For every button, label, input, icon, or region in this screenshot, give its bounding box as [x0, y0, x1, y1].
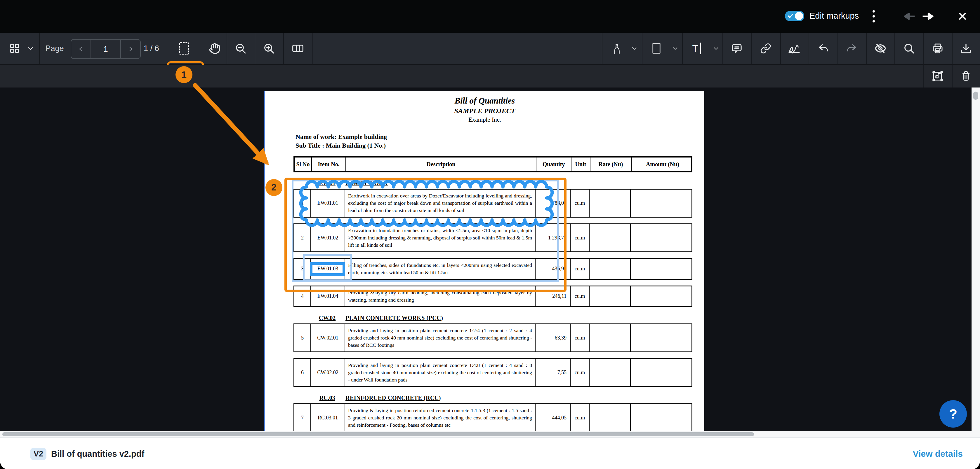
col-header: Quantity [536, 157, 571, 171]
hide-markups-tool[interactable] [867, 33, 894, 64]
document-header: Bill of Quantities SAMPLE PROJECT Exampl… [265, 95, 704, 124]
cell-unit: cu.m [570, 224, 589, 252]
sub-title-line: Sub Title : Main Building (1 No.) [296, 141, 704, 150]
table-row: 2 EW.01.02 Excavation in foundation tren… [293, 223, 692, 252]
app-window: Edit markups Page 1 1 / 6 [0, 0, 980, 469]
more-options-icon[interactable] [868, 8, 880, 24]
redo-tool[interactable] [838, 33, 865, 64]
thumbnails-grid-icon[interactable] [6, 33, 23, 64]
edit-markups-label: Edit markups [810, 11, 859, 21]
cell-description: Earthwork in excavation over areas by Do… [345, 190, 535, 217]
pdf-page[interactable]: Bill of Quantities SAMPLE PROJECT Exampl… [265, 91, 704, 431]
col-header: Item No. [311, 157, 345, 171]
section-code: RC.03 [310, 395, 344, 401]
comment-tool[interactable] [723, 33, 751, 64]
cell-quantity: 246,11 [535, 287, 570, 306]
prev-page-icon[interactable] [71, 40, 91, 58]
file-info-bar: V2 Bill of quantities v2.pdf View detail… [0, 437, 980, 469]
table-body: EW.01 EARTH WORK 1 EW.01.01 Earthwork in… [293, 180, 692, 431]
page-number-input[interactable]: 1 [91, 40, 121, 58]
main-toolbar: Page 1 1 / 6 [0, 33, 980, 65]
text-tool-chevron-icon[interactable] [710, 33, 722, 64]
page-fraction-label: 1 / 6 [144, 33, 159, 64]
horizontal-scrollbar-thumb[interactable] [2, 432, 754, 436]
section-code: CW.02 [310, 315, 344, 322]
cell-item-no: CW.02.01 [310, 324, 345, 352]
cell-item-no: EW.01.01 [310, 190, 345, 217]
cell-sl-no: 4 [294, 287, 310, 306]
table-row: 5 CW.02.01 Providing and laying in posit… [293, 323, 692, 352]
zoom-out-tool[interactable] [227, 33, 254, 64]
transform-annotation-tool[interactable] [924, 65, 951, 87]
cell-amount [630, 259, 692, 279]
vertical-scrollbar-thumb[interactable] [973, 92, 978, 100]
col-header: Amount (Nu) [631, 157, 694, 171]
toggle-knob [795, 12, 803, 20]
section-title: EARTH WORK [345, 180, 388, 187]
document-viewer[interactable]: Bill of Quantities SAMPLE PROJECT Exampl… [0, 87, 972, 431]
link-tool[interactable] [752, 33, 780, 64]
page-navigator: 1 [71, 39, 141, 59]
cell-rate [589, 324, 630, 352]
pen-tool[interactable] [604, 33, 628, 64]
page-layout-tool[interactable] [284, 33, 312, 64]
cell-rate [589, 359, 630, 386]
undo-tool[interactable] [809, 33, 837, 64]
cell-sl-no: 1 [294, 190, 310, 217]
cell-rate [589, 190, 630, 217]
view-details-link[interactable]: View details [913, 449, 963, 459]
cell-unit: cu.m [570, 359, 589, 386]
cell-unit: cu.m [570, 287, 589, 306]
boq-table: Sl No Item No. Description Quantity Unit… [293, 156, 692, 431]
cell-item-no: EW.01.03 [310, 259, 345, 279]
next-arrow-icon[interactable] [920, 9, 935, 24]
cell-amount [630, 404, 692, 431]
document-meta: Name of work: Example building Sub Title… [296, 132, 704, 150]
cell-description: Providing &laying dry earth bedding, inc… [345, 287, 535, 306]
top-title-bar: Edit markups [0, 0, 980, 33]
col-header: Description [345, 157, 536, 171]
document-subtitle: SAMPLE PROJECT [265, 106, 704, 115]
close-icon[interactable] [955, 9, 970, 24]
table-header-row: Sl No Item No. Description Quantity Unit… [293, 156, 692, 173]
signature-tool[interactable] [781, 33, 808, 64]
annotation-context-toolbar [0, 65, 980, 87]
vertical-scrollbar[interactable] [972, 87, 980, 431]
cell-item-no: RC.03.01 [310, 404, 345, 431]
horizontal-scrollbar[interactable] [0, 431, 980, 437]
help-button[interactable]: ? [939, 400, 967, 428]
cell-description: Filling of trenches, sides of foundation… [345, 259, 535, 279]
print-tool[interactable] [924, 33, 951, 64]
marquee-select-tool[interactable] [168, 33, 200, 64]
previous-arrow-icon[interactable] [902, 9, 918, 24]
download-tool[interactable] [953, 33, 979, 64]
cell-rate [589, 287, 630, 306]
cell-amount [630, 190, 692, 217]
cell-quantity: 436,98 [535, 259, 570, 279]
shape-tool-chevron-icon[interactable] [669, 33, 682, 64]
shape-rectangle-tool[interactable] [644, 33, 669, 64]
next-page-icon[interactable] [121, 40, 140, 58]
cell-sl-no: 3 [294, 259, 310, 279]
cell-description: Providing & laying in position reinforce… [345, 404, 535, 431]
search-tool[interactable] [895, 33, 923, 64]
marquee-icon [179, 42, 189, 55]
zoom-in-tool[interactable] [255, 33, 283, 64]
edit-markups-toggle[interactable] [785, 11, 804, 21]
delete-annotation-tool[interactable] [953, 65, 979, 87]
col-header: Unit [571, 157, 590, 171]
cell-unit: cu.m [570, 259, 589, 279]
cell-description: Excavation in foundation trenches or dra… [345, 224, 535, 252]
name-of-work-line: Name of work: Example building [296, 132, 704, 141]
text-tool-icon: T [692, 43, 702, 54]
version-badge: V2 [30, 448, 46, 460]
cell-sl-no: 5 [294, 324, 310, 352]
cell-rate [589, 259, 630, 279]
pan-hand-tool[interactable] [204, 33, 225, 64]
section-heading: RC.03 REINFORCED CONCRETE (RCC) [293, 395, 692, 401]
document-title: Bill of Quantities [265, 95, 704, 106]
text-tool[interactable]: T [684, 33, 709, 64]
view-mode-chevron-icon[interactable] [24, 33, 36, 64]
cell-unit: cu.m [570, 404, 589, 431]
pen-tool-chevron-icon[interactable] [628, 33, 641, 64]
